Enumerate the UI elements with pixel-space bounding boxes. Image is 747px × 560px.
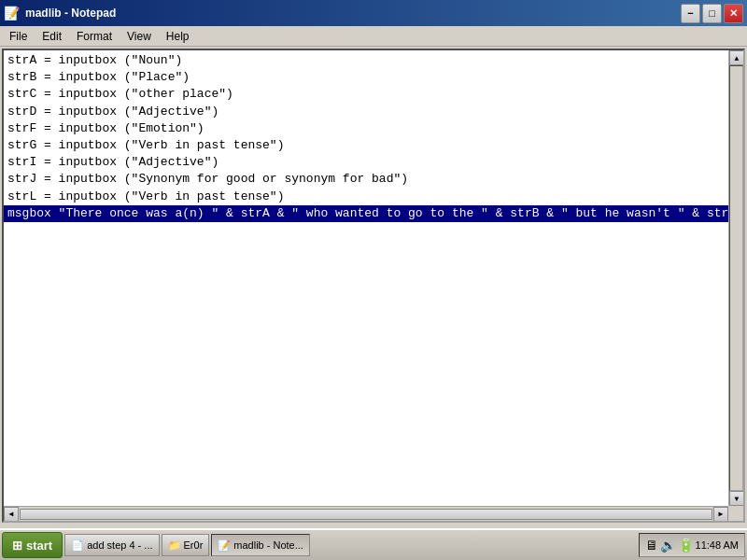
clock: 11:48 AM [696,539,739,551]
editor-line-2: strC = inputbox ("other place") [7,87,233,101]
network-icon: 🖥 [645,538,658,553]
editor-line-5: strG = inputbox ("Verb in past tense") [7,138,284,152]
editor-content[interactable]: strA = inputbox ("Noun") strB = inputbox… [4,50,728,506]
menu-help[interactable]: Help [159,26,197,46]
close-button[interactable]: ✕ [724,4,743,23]
scroll-thumb-horizontal[interactable] [20,509,712,520]
taskbar-icon-addstep: 📄 [71,539,84,552]
taskbar-label-error: Er0r [184,539,204,551]
scroll-down-button[interactable]: ▼ [729,491,744,506]
battery-icon: 🔋 [678,538,694,553]
menu-view[interactable]: View [120,26,159,46]
system-tray: 🖥 🔊 🔋 11:48 AM [639,533,745,557]
scroll-corner [728,506,743,521]
title-bar: 📝 madlib - Notepad − □ ✕ [0,0,747,26]
editor-line-4: strF = inputbox ("Emotion") [7,121,204,135]
menu-file[interactable]: File [2,26,35,46]
maximize-button[interactable]: □ [702,4,722,23]
vertical-scrollbar[interactable]: ▲ ▼ [728,50,743,506]
menu-edit[interactable]: Edit [35,26,69,46]
editor-line-8: strL = inputbox ("Verb in past tense") [7,189,284,203]
taskbar-label-madlib: madlib - Note... [233,539,303,551]
editor-line-6: strI = inputbox ("Adjective") [7,155,218,169]
start-label: start [26,539,52,553]
editor-line-1: strB = inputbox ("Place") [7,70,190,84]
scroll-up-button[interactable]: ▲ [729,50,744,65]
taskbar-btn-addstep[interactable]: 📄 add step 4 - ... [64,534,159,556]
editor-line-7: strJ = inputbox ("Synonym for good or sy… [7,172,408,186]
minimize-button[interactable]: − [681,4,700,23]
taskbar: ⊞ start 📄 add step 4 - ... 📁 Er0r 📝 madl… [0,528,747,560]
horizontal-scrollbar[interactable]: ◀ ▶ [4,506,728,521]
taskbar-icon-madlib: 📝 [218,539,231,552]
taskbar-btn-madlib[interactable]: 📝 madlib - Note... [211,534,310,556]
scroll-left-button[interactable]: ◀ [4,507,19,522]
window-controls: − □ ✕ [681,4,743,23]
window-title: madlib - Notepad [25,7,116,20]
taskbar-label-addstep: add step 4 - ... [87,539,152,551]
start-button[interactable]: ⊞ start [2,532,63,558]
sound-icon: 🔊 [660,538,676,553]
tray-icons: 🖥 🔊 🔋 [645,538,694,553]
editor-line-3: strD = inputbox ("Adjective") [7,105,218,119]
menu-bar: File Edit Format View Help [0,26,747,47]
editor-line-9: msgbox "There once was a(n) " & strA & "… [4,205,728,222]
app-icon: 📝 [4,6,20,21]
start-icon: ⊞ [12,539,22,553]
scroll-right-button[interactable]: ▶ [713,507,728,522]
scroll-track[interactable] [729,65,743,491]
editor-area[interactable]: strA = inputbox ("Noun") strB = inputbox… [2,49,745,523]
taskbar-btn-error[interactable]: 📁 Er0r [162,534,210,556]
taskbar-icon-error: 📁 [168,539,181,552]
editor-line-0: strA = inputbox ("Noun") [7,53,182,67]
menu-format[interactable]: Format [69,26,120,46]
